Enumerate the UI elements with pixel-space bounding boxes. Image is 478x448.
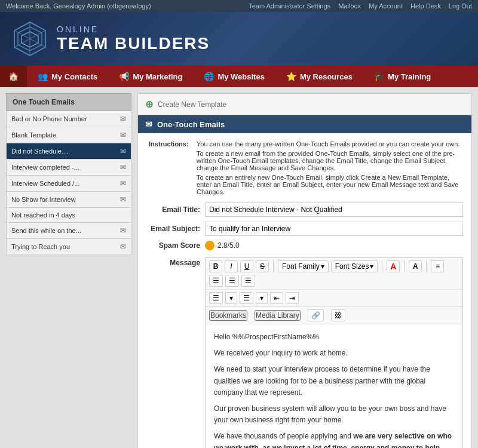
plus-icon: ⊕ <box>145 99 153 110</box>
sidebar-bad-phone-label: Bad or No Phone Number <box>11 115 87 122</box>
sidebar-nr-label: Not reached in 4 days <box>11 211 75 219</box>
sidebar-item-blank[interactable]: Blank Template ✉ <box>6 127 131 143</box>
indent-out-button[interactable]: ⇤ <box>270 292 283 304</box>
remove-link-button[interactable]: ⛓ <box>331 309 345 321</box>
underline-button[interactable]: U <box>240 260 253 272</box>
spam-circle-icon <box>205 241 215 250</box>
sidebar-item-trying-to-reach[interactable]: Trying to Reach you ✉ <box>6 239 131 255</box>
toolbar-row-2: ☰ ▾ ☰ ▾ ⇤ ⇥ <box>206 290 462 307</box>
my-account-link[interactable]: My Account <box>369 2 403 10</box>
logo-icon <box>12 21 48 57</box>
message-section: Message B I U S Font Family ▾ <box>146 255 463 448</box>
background-color-button[interactable]: A <box>409 260 422 272</box>
sidebar-item-interview-completed[interactable]: Interview completed -... ✉ <box>6 159 131 176</box>
list-ul-dropdown[interactable]: ▾ <box>225 292 237 304</box>
bold-button[interactable]: B <box>209 260 222 272</box>
content-panel: ⊕ Create New Template ✉ One-Touch Emails… <box>137 93 472 448</box>
panel-title: ✉ One-Touch Emails <box>138 115 471 133</box>
nav-contacts-label: My Contacts <box>51 72 97 81</box>
sidebar-tr-label: Trying to Reach you <box>11 243 70 250</box>
header: ONLINE TEAM BUILDERS <box>0 12 478 66</box>
media-library-button[interactable]: Media Library <box>255 310 301 321</box>
list-ul-button[interactable]: ☰ <box>209 292 223 304</box>
spam-score-label: Spam Score <box>146 241 200 250</box>
sidebar-item-no-show[interactable]: No Show for Interview ✉ <box>6 192 131 208</box>
email-para-5: We have thousands of people applying and… <box>214 431 454 448</box>
align-center-button[interactable]: ☰ <box>209 275 223 287</box>
list-ol-dropdown[interactable]: ▾ <box>256 292 268 304</box>
sidebar-item-did-not-schedule[interactable]: Did not Schedule.... ✉ <box>6 143 131 159</box>
mail-icon-1: ✉ <box>120 131 126 139</box>
resources-icon: ⭐ <box>286 72 296 81</box>
insert-link-button[interactable]: 🔗 <box>308 309 324 321</box>
top-bar-links: Team Administrator Settings Mailbox My A… <box>243 2 472 10</box>
instr-label: Instructions: <box>146 139 194 149</box>
mail-icon-8: ✉ <box>120 243 126 251</box>
nav-home[interactable]: 🏠 <box>0 66 27 87</box>
bookmarks-button[interactable]: Bookmarks <box>209 310 247 321</box>
indent-in-button[interactable]: ⇥ <box>286 292 299 304</box>
nav-my-marketing[interactable]: 📢 My Marketing <box>108 66 193 87</box>
spam-score-row: Spam Score 2.8/5.0 <box>146 241 463 250</box>
log-out-link[interactable]: Log Out <box>449 2 472 10</box>
font-color-button[interactable]: A <box>387 260 400 272</box>
sidebar: One Touch Emails Bad or No Phone Number … <box>6 93 131 448</box>
toolbar-sep-1 <box>273 260 274 272</box>
toolbar-row-3: Bookmarks Media Library 🔗 ⛓ <box>206 307 462 324</box>
instr-text-1: You can use the many pre-written One-Tou… <box>194 139 463 149</box>
font-sizes-label: Font Sizes <box>335 262 369 271</box>
content-header-label: Create New Template <box>158 100 226 109</box>
message-label: Message <box>146 259 200 267</box>
email-para-4: Our proven business system will allow yo… <box>214 403 454 426</box>
sidebar-ic-label: Interview completed -... <box>11 164 79 171</box>
font-family-label: Font Family <box>282 262 320 271</box>
email-para-1: Hello %%ProspectFirstName%% <box>214 332 454 343</box>
mailbox-link[interactable]: Mailbox <box>338 2 361 10</box>
toolbar-sep-2 <box>382 260 382 272</box>
content-header: ⊕ Create New Template <box>138 94 471 115</box>
team-admin-link[interactable]: Team Administrator Settings <box>249 2 330 10</box>
nav-my-resources[interactable]: ⭐ My Resources <box>275 66 363 87</box>
brand-name: TEAM BUILDERS <box>57 34 210 53</box>
instr-row-2: To create a new email from the provided … <box>146 149 463 173</box>
sidebar-item-not-reached[interactable]: Not reached in 4 days <box>6 208 131 223</box>
instr-row-1: Instructions: You can use the many pre-w… <box>146 139 463 149</box>
welcome-text: Welcome Back, Genealogy Admin (otbgeneal… <box>6 2 151 10</box>
list-ol-button[interactable]: ☰ <box>240 292 253 304</box>
font-sizes-dropdown[interactable]: Font Sizes ▾ <box>331 260 378 272</box>
nav-my-contacts[interactable]: 👥 My Contacts <box>27 66 108 87</box>
spam-score-value: 2.8/5.0 <box>205 241 240 250</box>
email-title-input[interactable] <box>205 202 463 217</box>
align-right-button[interactable]: ☰ <box>225 275 239 287</box>
email-para-2: We received your inquiry to work at home… <box>214 348 454 359</box>
nav-my-websites[interactable]: 🌐 My Websites <box>193 66 275 87</box>
contacts-icon: 👥 <box>38 72 48 81</box>
sidebar-item-send-while[interactable]: Send this while on the... ✉ <box>6 223 131 239</box>
nav-marketing-label: My Marketing <box>133 72 182 81</box>
spam-score-number: 2.8/5.0 <box>217 241 240 250</box>
rich-text-editor[interactable]: B I U S Font Family ▾ Font Sizes ▾ <box>205 257 463 448</box>
email-subject-input[interactable] <box>205 222 463 236</box>
nav-resources-label: My Resources <box>300 72 353 81</box>
sidebar-sw-label: Send this while on the... <box>11 227 81 234</box>
brand-text: ONLINE TEAM BUILDERS <box>57 24 210 53</box>
sidebar-item-bad-phone[interactable]: Bad or No Phone Number ✉ <box>6 111 131 127</box>
align-justify-button[interactable]: ☰ <box>241 275 255 287</box>
instr-text-2: To create a new email from the provided … <box>194 149 463 173</box>
panel-body: Instructions: You can use the many pre-w… <box>138 133 471 448</box>
strikethrough-button[interactable]: S <box>256 260 269 272</box>
mail-icon-4: ✉ <box>120 179 126 188</box>
editor-container: B I U S Font Family ▾ Font Sizes ▾ <box>205 255 463 448</box>
sidebar-item-interview-scheduled[interactable]: Interview Scheduled /... ✉ <box>6 176 131 192</box>
training-icon: 🎓 <box>374 72 384 81</box>
editor-body[interactable]: Hello %%ProspectFirstName%% We received … <box>206 324 462 448</box>
italic-button[interactable]: I <box>225 260 238 272</box>
font-family-dropdown[interactable]: Font Family ▾ <box>278 260 329 272</box>
panel-email-icon: ✉ <box>145 119 152 129</box>
align-left-button[interactable]: ≡ <box>431 260 444 272</box>
sidebar-is-label: Interview Scheduled /... <box>11 180 79 187</box>
nav-my-training[interactable]: 🎓 My Training <box>363 66 442 87</box>
help-desk-link[interactable]: Help Desk <box>410 2 441 10</box>
instr-text-3: To create an entirely new One-Touch Emai… <box>194 173 463 197</box>
sidebar-ns-label: No Show for Interview <box>11 196 76 203</box>
